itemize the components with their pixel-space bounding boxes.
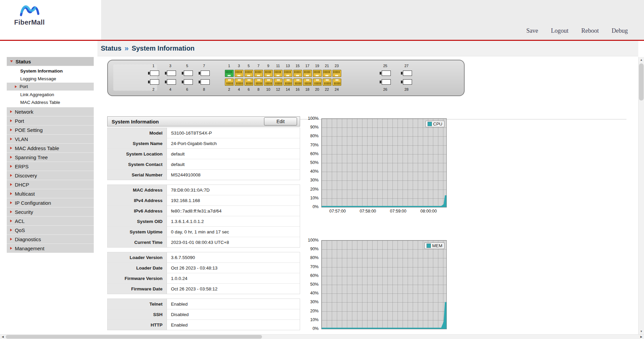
horizontal-scrollbar-thumb[interactable] [6,335,262,339]
y-tick-label: 10% [304,196,319,200]
copper-port-1-link-up[interactable] [225,70,234,77]
copper-port-19[interactable] [313,70,322,77]
sfp-port-1[interactable] [148,70,159,76]
copper-port-6[interactable] [244,79,253,86]
header-link-debug[interactable]: Debug [612,27,628,34]
sfp-port-25[interactable] [380,70,391,76]
info-value: 1.3.6.1.4.1.0.1.2 [167,216,300,226]
sidebar-item-diagnostics[interactable]: Diagnostics [7,235,94,244]
copper-port-12[interactable] [274,79,283,86]
port-number-label: 12 [276,87,280,92]
sfp-slot [150,70,159,76]
copper-port-8[interactable] [254,79,263,86]
info-value: Oct 26 2023 - 03:58:12 [167,284,300,294]
sidebar-item-qos[interactable]: QoS [7,226,94,235]
copper-port-4[interactable] [235,79,243,86]
info-row-loader-date: Loader DateOct 26 2023 - 03:48:13 [108,263,300,273]
header-link-reboot[interactable]: Reboot [581,27,599,34]
sfp-port-8[interactable] [199,79,210,85]
brand-name: FiberMall [14,19,45,26]
expand-arrow-icon [10,238,12,241]
info-label: Loader Date [108,263,167,273]
info-label: System Name [108,138,167,148]
sidebar-item-dhcp[interactable]: DHCP [7,180,94,189]
port-number-label: 27 [404,63,408,68]
sfp-port-27[interactable] [401,70,412,76]
scroll-right-button[interactable]: ▶ [639,335,644,339]
sfp-port-3[interactable] [165,70,176,76]
copper-port-24[interactable] [332,79,341,86]
sfp-port-28[interactable] [401,79,412,85]
copper-port-5[interactable] [244,70,253,77]
port-number-label: 15 [295,63,299,68]
horizontal-scrollbar[interactable]: ◀ ▶ [0,334,644,339]
scroll-up-button[interactable]: ▲ [639,57,644,63]
sidebar-item-management[interactable]: Management [7,244,94,253]
sidebar-item-poe-setting[interactable]: POE Setting [7,125,94,135]
sfp-port-7[interactable] [199,70,210,76]
info-label: System Uptime [108,227,167,237]
header-link-save[interactable]: Save [526,27,538,34]
system-info-group: MAC Address78:D8:00:31:0A:7DIPv4 Address… [107,185,300,248]
copper-port-23[interactable] [332,70,341,77]
scroll-down-button[interactable]: ▼ [639,329,644,334]
sfp-port-6[interactable] [182,79,193,85]
port-number-label: 2 [152,87,154,92]
sidebar-item-logging-message[interactable]: Logging Message [7,75,94,83]
sidebar-item-ip-configuration[interactable]: IP Configuration [7,198,94,207]
copper-port-22[interactable] [323,79,331,86]
y-tick-label: 50% [304,282,319,287]
copper-port-13[interactable] [284,70,292,77]
expand-arrow-icon [10,147,12,149]
copper-port-17[interactable] [303,70,312,77]
sidebar-item-network[interactable]: Network [7,107,94,116]
copper-port-18[interactable] [303,79,312,86]
info-value: S3100-16T8TS4X-P [167,128,300,138]
sidebar-item-spanning-tree[interactable]: Spanning Tree [7,153,94,162]
info-row-loader-version: Loader Version3.6.7.55090 [108,252,300,263]
copper-port-15[interactable] [293,70,302,77]
header-link-logout[interactable]: Logout [551,27,568,34]
system-info-group: Loader Version3.6.7.55090Loader DateOct … [107,252,300,294]
copper-port-20[interactable] [313,79,322,86]
copper-port-3[interactable] [235,70,243,77]
sfp-port-26[interactable] [380,79,391,85]
sidebar-item-discovery[interactable]: Discovery [7,171,94,180]
sidebar-item-mac-address-table[interactable]: MAC Address Table [7,98,94,106]
sfp-port-5[interactable] [182,70,193,76]
copper-port-14[interactable] [284,79,292,86]
sidebar-item-security[interactable]: Security [7,207,94,217]
sidebar-item-port[interactable]: Port [7,116,94,125]
info-value: Enabled [167,320,300,330]
sfp-port-4[interactable] [165,79,176,85]
sfp-port-2[interactable] [148,79,159,85]
copper-port-2[interactable] [225,79,234,86]
copper-port-21[interactable] [323,70,331,77]
copper-port-16[interactable] [293,79,302,86]
port-number-label: 2 [228,87,230,92]
sidebar-item-mac-address-table[interactable]: MAC Address Table [7,144,94,153]
copper-port-11[interactable] [274,70,283,77]
sidebar-item-erps[interactable]: ERPS [7,162,94,171]
vertical-scrollbar[interactable]: ▲ ▼ [638,57,644,334]
copper-port-7[interactable] [254,70,263,77]
sidebar-item-system-information[interactable]: System Information [7,67,94,75]
port-number-row: 2468 [145,87,212,92]
sidebar-item-port[interactable]: Port [7,83,94,91]
copper-port-10[interactable] [264,79,273,86]
edit-button[interactable]: Edit [264,117,297,125]
sidebar-item-link-aggregation[interactable]: Link Aggregation [7,91,94,98]
port-number-label: 7 [257,63,259,68]
y-tick-label: 90% [304,247,319,251]
breadcrumb-section[interactable]: Status [101,45,121,52]
sidebar-item-status[interactable]: Status [7,57,94,66]
sidebar-item-acl[interactable]: ACL [7,217,94,226]
vertical-scrollbar-thumb[interactable] [639,63,644,101]
sidebar-item-multicast[interactable]: Multicast [7,189,94,198]
copper-port-9[interactable] [264,70,273,77]
system-info-group: ModelS3100-16T8TS4X-PSystem Name24-Port-… [107,128,300,180]
sidebar-item-vlan[interactable]: VLAN [7,135,94,144]
sidebar-item-label: QoS [15,227,25,233]
scroll-left-button[interactable]: ◀ [0,335,5,339]
port-number-label: 13 [286,63,290,68]
